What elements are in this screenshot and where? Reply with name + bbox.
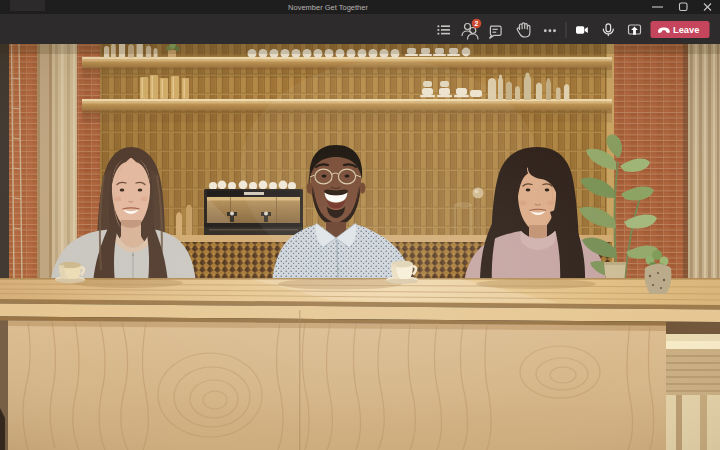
svg-text:November Get Together: November Get Together — [288, 3, 368, 12]
svg-text:2: 2 — [475, 20, 479, 27]
svg-text:Leave: Leave — [673, 25, 699, 35]
